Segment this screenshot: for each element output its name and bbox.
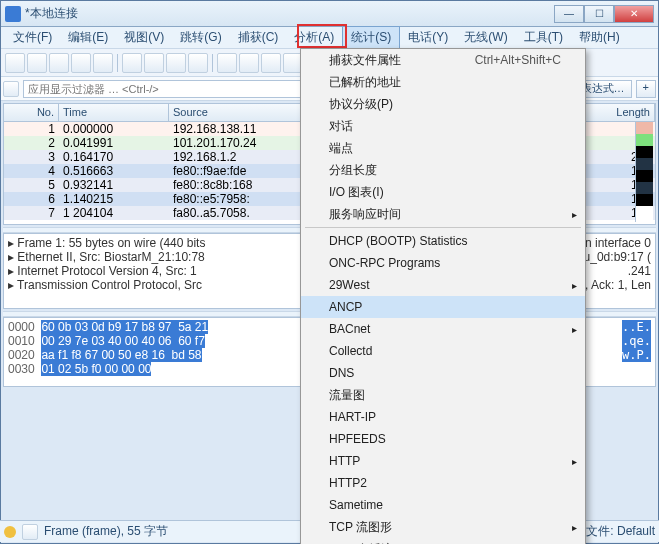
menu-item[interactable]: HPFEEDS — [301, 428, 585, 450]
toolbar-button[interactable] — [261, 53, 281, 73]
menu-item[interactable]: 分组长度 — [301, 159, 585, 181]
menu-view[interactable]: 视图(V) — [116, 27, 172, 48]
menu-tools[interactable]: 工具(T) — [516, 27, 571, 48]
menu-help[interactable]: 帮助(H) — [571, 27, 628, 48]
menu-item[interactable]: 端点 — [301, 137, 585, 159]
menu-analyze[interactable]: 分析(A) — [286, 27, 342, 48]
filter-add-button[interactable]: + — [636, 80, 656, 98]
toolbar-separator — [212, 54, 213, 72]
toolbar-separator — [117, 54, 118, 72]
menu-item[interactable]: HTTP2 — [301, 472, 585, 494]
toolbar-button[interactable] — [5, 53, 25, 73]
status-icon[interactable] — [22, 524, 38, 540]
menu-item[interactable]: TCP 流图形▸ — [301, 516, 585, 538]
packet-colorbar — [635, 122, 653, 222]
menu-item[interactable]: UDP 多播流 — [301, 538, 585, 544]
menu-item[interactable]: Sametime — [301, 494, 585, 516]
menu-separator — [305, 227, 581, 228]
menu-item[interactable]: 已解析的地址 — [301, 71, 585, 93]
menu-edit[interactable]: 编辑(E) — [60, 27, 116, 48]
toolbar-button[interactable] — [71, 53, 91, 73]
stats-menu-dropdown: 捕获文件属性Ctrl+Alt+Shift+C已解析的地址协议分级(P)对话端点分… — [300, 48, 586, 544]
toolbar-button[interactable] — [188, 53, 208, 73]
window-title: *本地连接 — [25, 5, 554, 22]
toolbar-button[interactable] — [217, 53, 237, 73]
menu-wireless[interactable]: 无线(W) — [456, 27, 515, 48]
col-no[interactable]: No. — [4, 104, 59, 121]
minimize-button[interactable]: — — [554, 5, 584, 23]
toolbar-button[interactable] — [27, 53, 47, 73]
menu-item[interactable]: ANCP — [301, 296, 585, 318]
menu-capture[interactable]: 捕获(C) — [230, 27, 287, 48]
app-icon — [5, 6, 21, 22]
menu-item[interactable]: BACnet▸ — [301, 318, 585, 340]
col-time[interactable]: Time — [59, 104, 169, 121]
toolbar-button[interactable] — [49, 53, 69, 73]
menu-item[interactable]: HTTP▸ — [301, 450, 585, 472]
menu-item[interactable]: 捕获文件属性Ctrl+Alt+Shift+C — [301, 49, 585, 71]
menu-item[interactable]: 对话 — [301, 115, 585, 137]
menubar: 文件(F) 编辑(E) 视图(V) 跳转(G) 捕获(C) 分析(A) 统计(S… — [1, 27, 658, 49]
toolbar-button[interactable] — [166, 53, 186, 73]
status-dot-icon — [4, 526, 16, 538]
menu-item[interactable]: ONC-RPC Programs — [301, 252, 585, 274]
menu-go[interactable]: 跳转(G) — [172, 27, 229, 48]
menu-item[interactable]: HART-IP — [301, 406, 585, 428]
close-button[interactable]: ✕ — [614, 5, 654, 23]
toolbar-button[interactable] — [122, 53, 142, 73]
menu-file[interactable]: 文件(F) — [5, 27, 60, 48]
titlebar: *本地连接 — ☐ ✕ — [1, 1, 658, 27]
menu-item[interactable]: 29West▸ — [301, 274, 585, 296]
menu-item[interactable]: I/O 图表(I) — [301, 181, 585, 203]
menu-item[interactable]: 协议分级(P) — [301, 93, 585, 115]
toolbar-button[interactable] — [93, 53, 113, 73]
col-length[interactable]: Length — [595, 104, 655, 121]
status-text: Frame (frame), 55 字节 — [44, 523, 168, 540]
menu-item[interactable]: 服务响应时间▸ — [301, 203, 585, 225]
toolbar-button[interactable] — [239, 53, 259, 73]
menu-item[interactable]: DHCP (BOOTP) Statistics — [301, 230, 585, 252]
menu-item[interactable]: DNS — [301, 362, 585, 384]
menu-telephony[interactable]: 电话(Y) — [400, 27, 456, 48]
toolbar-button[interactable] — [144, 53, 164, 73]
maximize-button[interactable]: ☐ — [584, 5, 614, 23]
menu-item[interactable]: 流量图 — [301, 384, 585, 406]
filter-icon[interactable] — [3, 81, 19, 97]
menu-stats[interactable]: 统计(S) — [342, 26, 400, 49]
menu-item[interactable]: Collectd — [301, 340, 585, 362]
